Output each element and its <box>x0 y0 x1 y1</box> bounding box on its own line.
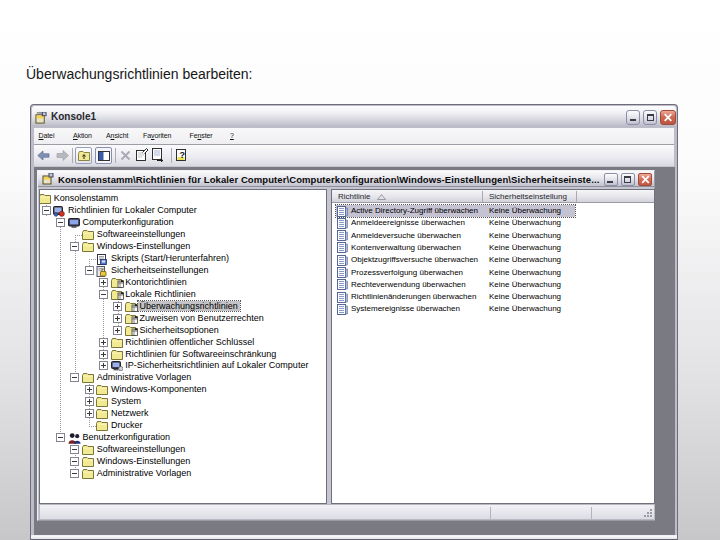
svg-text:?: ? <box>180 150 186 160</box>
